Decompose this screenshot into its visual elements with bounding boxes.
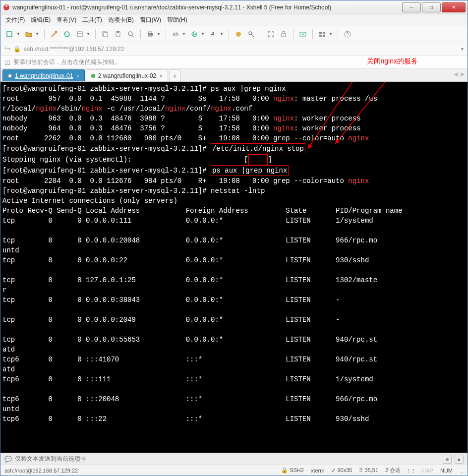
menu-tab[interactable]: 选项卡(B) — [108, 16, 134, 24]
bookmark-add-icon[interactable]: 🕮 — [4, 59, 10, 66]
svg-text:?: ? — [346, 32, 349, 37]
open-icon[interactable] — [23, 29, 34, 40]
reconnect-icon[interactable] — [61, 29, 72, 40]
menu-help[interactable]: 帮助(H) — [167, 16, 187, 24]
print-icon[interactable] — [145, 29, 156, 40]
terminal-output[interactable]: [root@wangruifeng-01 zabbix-server-mysql… — [0, 82, 468, 453]
svg-line-21 — [251, 34, 254, 37]
close-button[interactable]: ✕ — [442, 2, 466, 12]
svg-rect-12 — [149, 32, 152, 33]
svg-rect-27 — [323, 35, 325, 37]
address-text[interactable]: ssh://root:********@192.168.57.129:22 — [24, 46, 458, 53]
properties-icon[interactable] — [74, 29, 85, 40]
address-bar: ⮡ 🔒 ssh://root:********@192.168.57.129:2… — [0, 42, 468, 56]
info-bar: 🕮 要添加当前会话，点击左侧的箭头按钮。 关闭nginx的服务 — [0, 56, 468, 69]
status-size: ⤢ 90x35 — [331, 467, 352, 474]
status-bar: ssh://root@192.168.57.129:22 🔒 SSH2 xter… — [0, 465, 468, 476]
copy-icon[interactable] — [100, 29, 111, 40]
window-title: wangruifenglinux-01 - root@wangruifeng-0… — [12, 4, 402, 11]
menu-edit[interactable]: 编辑(E) — [31, 16, 51, 24]
app-window: wangruifenglinux-01 - root@wangruifeng-0… — [0, 0, 468, 476]
status-caps: CAP — [422, 468, 433, 474]
addr-arrow-icon[interactable]: ⮡ — [4, 46, 10, 53]
tab-label: 2 wangrufienglinux-02 — [98, 72, 156, 79]
lock-icon: 🔒 — [13, 46, 21, 53]
paste-icon[interactable] — [113, 29, 123, 40]
menu-file[interactable]: 文件(F) — [5, 16, 25, 24]
tab-status-icon — [8, 74, 12, 78]
tab-close-icon[interactable]: × — [159, 73, 162, 79]
menu-window[interactable]: 窗口(W) — [140, 16, 161, 24]
compose-icon[interactable]: 💬 — [4, 456, 12, 463]
help-icon[interactable]: ? — [342, 29, 353, 40]
fullscreen-icon[interactable] — [265, 29, 276, 40]
status-term: xterm — [311, 468, 325, 474]
status-sep: ⫶ ⫶ — [408, 468, 415, 474]
xftp-icon[interactable] — [297, 29, 308, 40]
key-icon[interactable] — [246, 29, 257, 40]
layout-icon[interactable] — [317, 29, 328, 40]
compose-bar: 💬 仅将文本发送到当前选项卡 ≡ ▴ — [0, 453, 468, 465]
find-icon[interactable] — [125, 29, 136, 40]
titlebar[interactable]: wangruifenglinux-01 - root@wangruifeng-0… — [0, 0, 468, 14]
ok-box — [248, 154, 268, 165]
svg-rect-6 — [104, 33, 108, 37]
tab-next-icon[interactable]: ▶ — [461, 71, 465, 77]
minimize-button[interactable]: ─ — [402, 2, 421, 12]
compose-label: 仅将文本发送到当前选项卡 — [15, 455, 86, 463]
svg-rect-26 — [319, 35, 322, 37]
app-icon — [2, 3, 10, 11]
status-connection: ssh://root@192.168.57.129:22 — [4, 468, 78, 474]
svg-rect-24 — [319, 32, 322, 34]
info-text: 要添加当前会话，点击左侧的箭头按钮。 — [13, 58, 120, 66]
svg-rect-8 — [117, 31, 119, 33]
tab-label: 1 wangruifenglinux-01 — [15, 72, 73, 79]
tab-add-button[interactable]: + — [169, 69, 181, 81]
tab-nav: ◀ ▶ — [454, 71, 465, 77]
svg-rect-3 — [77, 32, 82, 37]
tab-close-icon[interactable]: × — [76, 73, 79, 79]
tab-bar: 1 wangruifenglinux-01 × 2 wangrufienglin… — [0, 69, 468, 82]
toolbar: +▾ ▾ ▾ ▾ ab▾ ▾ A▾ ▾ ? — [0, 26, 468, 42]
font-style-icon[interactable]: A — [208, 29, 219, 40]
status-ssh: 🔒 SSH2 — [281, 467, 304, 474]
lock-icon[interactable] — [278, 29, 289, 40]
compose-menu-icon[interactable]: ≡ — [443, 455, 452, 464]
menu-tools[interactable]: 工具(T) — [82, 16, 102, 24]
svg-point-19 — [236, 32, 241, 37]
tab-session-1[interactable]: 1 wangruifenglinux-01 × — [2, 69, 85, 81]
new-tab-icon[interactable]: + — [4, 29, 15, 40]
cmd-stop-box: /etc/init.d/nginx stop — [211, 143, 305, 154]
svg-text:ab: ab — [173, 31, 178, 37]
svg-rect-13 — [149, 35, 152, 37]
status-cursor: ⠿ 35,51 — [359, 467, 378, 474]
status-num: NUM — [440, 468, 453, 474]
connect-icon[interactable] — [49, 29, 59, 40]
cmd-grep-box: ps aux |grep nginx — [211, 165, 289, 176]
addr-dropdown-icon[interactable]: ▾ — [461, 46, 464, 52]
tab-prev-icon[interactable]: ◀ — [454, 71, 458, 77]
svg-rect-22 — [282, 34, 286, 37]
svg-point-9 — [128, 32, 132, 36]
status-grip-icon[interactable]: ⣀ — [460, 467, 464, 474]
menubar: 文件(F) 编辑(E) 查看(V) 工具(T) 选项卡(B) 窗口(W) 帮助(… — [0, 14, 468, 26]
tab-session-2[interactable]: 2 wangrufienglinux-02 × — [86, 69, 168, 81]
compose-expand-icon[interactable]: ▴ — [455, 455, 464, 464]
status-sessions: 2 会话 — [385, 467, 401, 474]
svg-line-10 — [132, 35, 134, 37]
script-icon[interactable] — [233, 29, 244, 40]
menu-view[interactable]: 查看(V) — [57, 16, 76, 24]
svg-rect-25 — [323, 32, 325, 34]
annotation-text: 关闭nginx的服务 — [367, 57, 418, 66]
tab-status-icon — [91, 74, 95, 78]
globe-icon[interactable] — [189, 29, 200, 40]
font-icon[interactable]: ab — [170, 29, 181, 40]
svg-text:A: A — [210, 31, 215, 38]
svg-text:+: + — [11, 34, 13, 38]
maximize-button[interactable]: □ — [422, 2, 441, 12]
